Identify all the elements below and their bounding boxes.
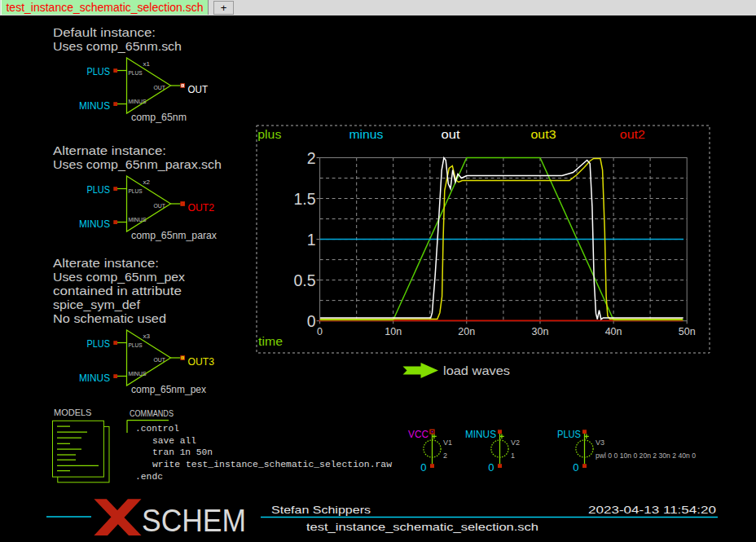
svg-text:.endc: .endc: [135, 472, 163, 482]
svg-text:0.5: 0.5: [293, 271, 315, 289]
svg-text:plus: plus: [257, 128, 281, 141]
svg-text:V2: V2: [511, 438, 520, 447]
svg-text:OUT2: OUT2: [188, 201, 215, 214]
svg-text:Uses comp_65nm_pex: Uses comp_65nm_pex: [53, 270, 186, 284]
svg-text:PLUS: PLUS: [129, 187, 143, 195]
svg-text:0: 0: [317, 326, 323, 337]
svg-text:Alterate instance:: Alterate instance:: [53, 256, 159, 270]
svg-text:out3: out3: [531, 128, 556, 141]
svg-text:50n: 50n: [679, 326, 696, 337]
svg-text:MINUS: MINUS: [79, 372, 110, 384]
svg-text:MINUS: MINUS: [79, 218, 110, 230]
svg-text:Alternate instance:: Alternate instance:: [53, 143, 166, 157]
svg-text:out2: out2: [620, 128, 645, 141]
svg-text:20n: 20n: [458, 326, 475, 337]
svg-text:minus: minus: [349, 128, 384, 141]
svg-text:MODELS: MODELS: [54, 408, 91, 417]
svg-text:PLUS: PLUS: [87, 183, 111, 196]
svg-text:40n: 40n: [605, 326, 622, 337]
svg-text:PLUS: PLUS: [87, 65, 111, 77]
svg-text:MINUS: MINUS: [465, 429, 496, 440]
svg-text:PLUS: PLUS: [557, 429, 581, 440]
svg-text:OUT: OUT: [154, 202, 166, 209]
svg-text:Default instance:: Default instance:: [53, 25, 156, 39]
svg-text:Uses comp_65nm_parax.sch: Uses comp_65nm_parax.sch: [53, 157, 222, 171]
svg-text:x3: x3: [143, 333, 151, 340]
svg-text:OUT3: OUT3: [188, 355, 215, 368]
svg-text:tran 1n 50n: tran 1n 50n: [152, 447, 213, 457]
svg-text:0: 0: [488, 461, 494, 474]
svg-text:MINUS: MINUS: [129, 370, 147, 377]
svg-text:x2: x2: [143, 178, 151, 186]
svg-text:Uses comp_65nm.sch: Uses comp_65nm.sch: [53, 39, 182, 53]
svg-text:MINUS: MINUS: [79, 99, 110, 112]
svg-text:PLUS: PLUS: [129, 342, 143, 349]
svg-text:save all: save all: [152, 436, 196, 446]
svg-text:V3: V3: [596, 438, 604, 447]
svg-text:time: time: [258, 335, 283, 348]
svg-text:.control: .control: [135, 424, 179, 434]
svg-text:No schematic used: No schematic used: [53, 311, 166, 325]
svg-text:x1: x1: [143, 60, 151, 68]
svg-text:PLUS: PLUS: [129, 69, 143, 77]
svg-text:10n: 10n: [385, 326, 402, 337]
svg-text:contained in attribute: contained in attribute: [53, 284, 182, 297]
svg-text:out: out: [442, 128, 460, 141]
svg-text:30n: 30n: [532, 326, 549, 337]
svg-text:V1: V1: [443, 438, 452, 447]
svg-text:load waves: load waves: [443, 364, 510, 377]
svg-text:OUT: OUT: [154, 356, 166, 364]
svg-text:2: 2: [307, 149, 316, 167]
svg-text:0: 0: [307, 312, 316, 330]
svg-text:comp_65nm_pex: comp_65nm_pex: [131, 383, 206, 395]
svg-text:spice_sym_def: spice_sym_def: [53, 297, 141, 311]
svg-text:OUT: OUT: [188, 83, 209, 95]
svg-text:COMMANDS: COMMANDS: [130, 409, 174, 418]
svg-text:VCC: VCC: [408, 429, 429, 440]
svg-text:2: 2: [443, 452, 447, 460]
svg-text:comp_65nm_parax: comp_65nm_parax: [131, 229, 217, 241]
svg-text:0: 0: [420, 461, 426, 474]
svg-text:1: 1: [307, 231, 316, 249]
svg-text:1: 1: [511, 452, 515, 460]
svg-text:MINUS: MINUS: [129, 98, 147, 105]
svg-text:MINUS: MINUS: [129, 216, 147, 223]
svg-text:Stefan Schippers: Stefan Schippers: [271, 504, 371, 516]
svg-text:comp_65nm: comp_65nm: [131, 111, 187, 123]
svg-text:2023-04-13 11:54:20: 2023-04-13 11:54:20: [588, 504, 716, 516]
svg-text:OUT: OUT: [154, 84, 166, 91]
svg-text:SCHEM: SCHEM: [142, 504, 246, 538]
svg-text:pwl 0 0 10n 0 20n 2 30n 2 40n: pwl 0 0 10n 0 20n 2 30n 2 40n 0: [596, 452, 696, 460]
svg-text:write test_instance_schematic_: write test_instance_schematic_selection.…: [152, 460, 392, 469]
svg-text:1.5: 1.5: [293, 190, 315, 208]
svg-text:0: 0: [573, 461, 578, 474]
svg-text:test_instance_schematic_select: test_instance_schematic_selection.sch: [306, 521, 538, 533]
svg-text:PLUS: PLUS: [87, 337, 111, 350]
